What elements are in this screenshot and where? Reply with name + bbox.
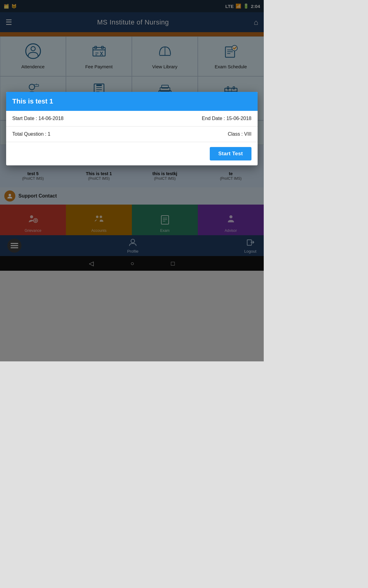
modal-total-question: Total Question : 1 bbox=[12, 131, 51, 137]
modal-start-date: Start Date : 14-06-2018 bbox=[12, 116, 63, 121]
modal-class-label: Class : VIII bbox=[228, 131, 251, 137]
modal-dates-row: Start Date : 14-06-2018 End Date : 15-06… bbox=[6, 111, 258, 126]
modal-end-date: End Date : 15-06-2018 bbox=[202, 116, 251, 121]
modal-footer: Start Test bbox=[6, 142, 258, 165]
modal-title: This is test 1 bbox=[12, 97, 53, 105]
modal-header: This is test 1 bbox=[6, 92, 258, 111]
test-detail-modal: This is test 1 Start Date : 14-06-2018 E… bbox=[6, 92, 258, 165]
modal-body: Start Date : 14-06-2018 End Date : 15-06… bbox=[6, 111, 258, 142]
modal-overlay: This is test 1 Start Date : 14-06-2018 E… bbox=[0, 0, 264, 361]
modal-details-row: Total Question : 1 Class : VIII bbox=[6, 126, 258, 142]
start-test-button[interactable]: Start Test bbox=[210, 147, 251, 160]
